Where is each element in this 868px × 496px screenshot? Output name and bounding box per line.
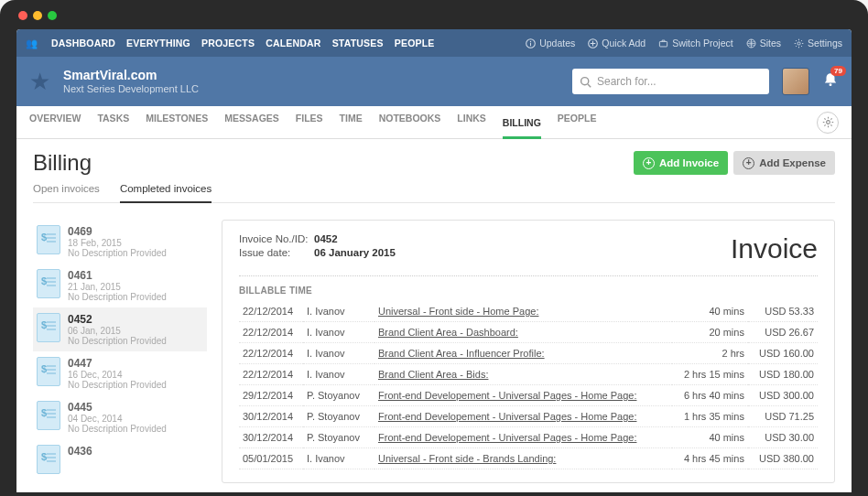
bill-amount: USD 26.67 <box>748 322 818 343</box>
plus-circle-icon: + <box>743 157 754 169</box>
svg-point-7 <box>581 77 589 84</box>
bill-task[interactable]: Front-end Developement - Universal Pages… <box>374 427 672 448</box>
invoice-list-item[interactable]: 0436 <box>33 439 207 480</box>
project-subtitle: Next Series Development LLC <box>63 83 199 95</box>
tab-open-invoices[interactable]: Open invoices <box>33 183 100 202</box>
avatar[interactable] <box>782 68 809 95</box>
window-controls <box>16 11 852 20</box>
tab-time[interactable]: TIME <box>340 113 363 133</box>
subnav-settings-button[interactable] <box>817 112 839 134</box>
invoice-number: 0447 <box>68 357 167 370</box>
tab-notebooks[interactable]: NOTEBOOKS <box>379 113 441 133</box>
invoice-list-item[interactable]: 046918 Feb, 2015No Description Provided <box>33 220 207 264</box>
nav-sites[interactable]: Sites <box>746 38 781 49</box>
invoice-number: 0469 <box>68 225 167 238</box>
nav-settings[interactable]: Settings <box>794 38 842 49</box>
nav-statuses[interactable]: STATUSES <box>332 38 384 49</box>
bill-task[interactable]: Brand Client Area - Influencer Profile: <box>374 343 672 364</box>
close-dot[interactable] <box>18 11 27 20</box>
nav-updates[interactable]: Updates <box>526 38 575 49</box>
invoice-desc: No Description Provided <box>68 292 167 302</box>
nav-quick-add[interactable]: Quick Add <box>588 38 646 49</box>
bill-person: I. Ivanov <box>303 364 374 385</box>
tab-messages[interactable]: MESSAGES <box>224 113 279 133</box>
bill-date: 30/12/2014 <box>239 427 303 448</box>
zoom-dot[interactable] <box>48 11 57 20</box>
bill-task[interactable]: Universal - Front side - Brands Landing: <box>374 448 672 469</box>
invoice-icon <box>37 225 60 254</box>
search-input[interactable]: Search for... <box>572 69 769 94</box>
minimize-dot[interactable] <box>33 11 42 20</box>
bill-person: I. Ivanov <box>303 301 374 322</box>
bill-date: 05/01/2015 <box>239 448 303 469</box>
nav-dashboard[interactable]: DASHBOARD <box>51 38 115 49</box>
project-subnav: OVERVIEW TASKS MILESTONES MESSAGES FILES… <box>16 106 852 139</box>
main-nav: DASHBOARD EVERYTHING PROJECTS CALENDAR S… <box>51 38 435 49</box>
tab-milestones[interactable]: MILESTONES <box>146 113 208 133</box>
billable-row: 22/12/2014I. IvanovBrand Client Area - I… <box>239 343 818 364</box>
invoice-list-item[interactable]: 045206 Jan, 2015No Description Provided <box>33 307 207 351</box>
bill-person: I. Ivanov <box>303 448 374 469</box>
people-icon[interactable]: 👥 <box>26 38 40 49</box>
tab-overview[interactable]: OVERVIEW <box>29 113 81 133</box>
bill-task[interactable]: Front-end Developement - Universal Pages… <box>374 406 672 427</box>
invoice-list-item[interactable]: 046121 Jan, 2015No Description Provided <box>33 264 207 307</box>
invoice-number: 0452 <box>68 313 167 326</box>
invoice-desc: No Description Provided <box>68 336 167 346</box>
billable-row: 22/12/2014I. IvanovBrand Client Area - D… <box>239 322 818 343</box>
issue-date-label: Issue date: <box>239 247 314 258</box>
add-expense-button[interactable]: +Add Expense <box>733 151 835 175</box>
nav-switch-project[interactable]: Switch Project <box>658 38 733 49</box>
billable-row: 30/12/2014P. StoyanovFront-end Developem… <box>239 406 818 427</box>
bill-amount: USD 380.00 <box>748 448 818 469</box>
invoice-date: 21 Jan, 2015 <box>68 282 167 292</box>
star-icon: ★ <box>29 68 50 96</box>
billable-time-heading: BILLABLE TIME <box>239 286 818 296</box>
search-icon <box>580 76 591 88</box>
svg-point-1 <box>530 40 531 41</box>
bill-amount: USD 71.25 <box>748 406 818 427</box>
bill-task[interactable]: Front-end Developement - Universal Pages… <box>374 385 672 406</box>
nav-projects[interactable]: PROJECTS <box>201 38 255 49</box>
bill-person: P. Stoyanov <box>303 406 374 427</box>
gear-icon <box>794 38 804 49</box>
invoice-icon <box>37 445 60 474</box>
bill-duration: 2 hrs <box>672 343 748 364</box>
bill-person: I. Ivanov <box>303 343 374 364</box>
nav-calendar[interactable]: CALENDAR <box>266 38 321 49</box>
notifications-button[interactable]: 79 <box>822 71 839 92</box>
add-invoice-button[interactable]: +Add Invoice <box>634 151 728 175</box>
svg-rect-2 <box>530 42 531 45</box>
nav-people[interactable]: PEOPLE <box>395 38 435 49</box>
bill-task[interactable]: Universal - Front side - Home Page: <box>374 301 672 322</box>
bill-amount: USD 30.00 <box>748 427 818 448</box>
bill-date: 22/12/2014 <box>239 364 303 385</box>
tab-links[interactable]: LINKS <box>457 113 486 133</box>
invoice-date: 16 Dec, 2014 <box>68 370 167 380</box>
billable-row: 05/01/2015I. IvanovUniversal - Front sid… <box>239 448 818 469</box>
billable-row: 30/12/2014P. StoyanovFront-end Developem… <box>239 427 818 448</box>
invoice-number: 0461 <box>68 269 167 282</box>
bill-task[interactable]: Brand Client Area - Dashboard: <box>374 322 672 343</box>
invoice-date: 06 Jan, 2015 <box>68 326 167 336</box>
svg-point-9 <box>826 121 830 124</box>
invoice-list-item[interactable]: 044504 Dec, 2014No Description Provided <box>33 395 207 439</box>
tab-billing[interactable]: BILLING <box>503 117 541 139</box>
tab-people[interactable]: PEOPLE <box>558 113 597 133</box>
invoice-list-item[interactable]: 044716 Dec, 2014No Description Provided <box>33 351 207 395</box>
info-icon <box>526 38 536 49</box>
invoice-desc: No Description Provided <box>68 424 167 434</box>
bill-task[interactable]: Brand Client Area - Bids: <box>374 364 672 385</box>
svg-point-6 <box>797 41 800 44</box>
bill-amount: USD 180.00 <box>748 364 818 385</box>
bill-duration: 6 hrs 40 mins <box>672 385 748 406</box>
project-title: SmartViral.com <box>63 68 199 83</box>
tab-completed-invoices[interactable]: Completed invoices <box>120 183 212 203</box>
svg-point-8 <box>830 83 832 86</box>
project-brand[interactable]: SmartViral.com Next Series Development L… <box>63 68 199 95</box>
tab-files[interactable]: FILES <box>296 113 323 133</box>
billable-time-table: 22/12/2014I. IvanovUniversal - Front sid… <box>239 301 818 469</box>
nav-everything[interactable]: EVERYTHING <box>126 38 190 49</box>
bill-person: P. Stoyanov <box>303 427 374 448</box>
tab-tasks[interactable]: TASKS <box>97 113 129 133</box>
